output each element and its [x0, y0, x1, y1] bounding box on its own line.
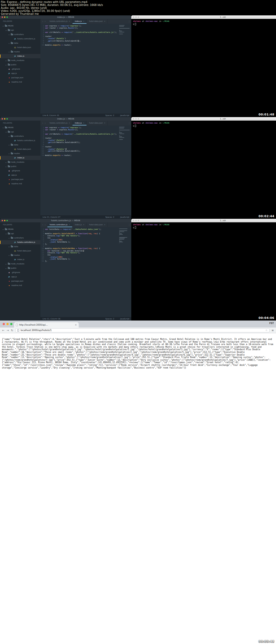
- chevron-down-icon[interactable]: ▾: [2, 25, 4, 27]
- tab-overflow-icon[interactable]: ⋮: [127, 19, 131, 24]
- terminal-output[interactable]: sholmes at sholmes-mac in ~/MEAN$: [131, 19, 276, 27]
- terminal-titlebar[interactable]: 1. zsh: [131, 117, 276, 121]
- menu-icon[interactable]: ≡: [272, 329, 274, 332]
- tree-item-readme.md[interactable]: ▪readme.md: [0, 182, 40, 186]
- chevron-right-icon[interactable]: ▸: [5, 60, 7, 62]
- tree-item-MEAN[interactable]: ▾MEAN: [0, 24, 40, 28]
- tree-item-MEAN[interactable]: ▾MEAN: [0, 125, 40, 130]
- history-forward-icon[interactable]: ›: [45, 122, 46, 124]
- tree-item-controllers[interactable]: ▾controllers: [0, 236, 40, 240]
- tree-item-package.json[interactable]: ▪package.json: [0, 279, 40, 283]
- minimap[interactable]: [119, 25, 130, 35]
- tree-item-app.js[interactable]: JSapp.js: [0, 275, 40, 279]
- bookmark-star-icon[interactable]: ☆: [265, 329, 268, 332]
- minimize-button[interactable]: [4, 220, 5, 221]
- chevron-down-icon[interactable]: ▾: [5, 29, 7, 31]
- tree-item-hotel-data.json[interactable]: {}hotel-data.json: [0, 147, 40, 151]
- chevron-right-icon[interactable]: ▸: [5, 263, 7, 265]
- chevron-down-icon[interactable]: ▾: [8, 246, 10, 248]
- tab-close-icon[interactable]: ×: [83, 224, 85, 226]
- chevron-down-icon[interactable]: ▾: [8, 34, 10, 36]
- tree-item-index.js[interactable]: JSindex.js: [0, 257, 40, 262]
- zoom-button[interactable]: [6, 16, 8, 18]
- editor-tab-hotels.controllers.js[interactable]: hotels.controllers.js×: [47, 121, 73, 125]
- editor-tab-hotel-data.json[interactable]: hotel-data.json×: [87, 19, 108, 24]
- tree-item-hotels.controllers.js[interactable]: JShotels.controllers.js: [0, 240, 40, 244]
- editor-tab-index.js[interactable]: index.js×: [73, 222, 87, 227]
- back-icon[interactable]: ←: [2, 329, 4, 332]
- close-button[interactable]: [133, 118, 134, 120]
- close-button[interactable]: [2, 118, 3, 120]
- tree-item-hotels.controllers.js[interactable]: JShotels.controllers.js: [0, 138, 40, 143]
- chevron-down-icon[interactable]: ▾: [8, 144, 10, 146]
- tab-close-icon[interactable]: ×: [68, 122, 70, 124]
- zoom-button[interactable]: [6, 220, 8, 221]
- terminal-titlebar[interactable]: 1. zsh: [131, 219, 276, 222]
- terminal-output[interactable]: sholmes at sholmes-mac in ~/MEAN$: [131, 121, 276, 129]
- chevron-down-icon[interactable]: ▾: [8, 153, 10, 155]
- terminal-titlebar[interactable]: 1. zsh: [131, 15, 276, 19]
- code-editor[interactable]: 12345678910 var express = require('expre…: [40, 24, 131, 114]
- editor-tab-hotel-data.json[interactable]: hotel-data.json×: [87, 222, 108, 227]
- tree-item-routes[interactable]: ▾routes: [0, 151, 40, 156]
- chevron-down-icon[interactable]: ▾: [8, 135, 10, 137]
- tab-close-icon[interactable]: ×: [68, 224, 70, 226]
- tab-close-icon[interactable]: ×: [68, 20, 70, 22]
- tree-item-node_modules[interactable]: ▸node_modules: [0, 58, 40, 63]
- editor-titlebar[interactable]: index.js — MEAN: [0, 117, 131, 121]
- browser-tab[interactable]: http://localhost:3000/api... ×: [14, 322, 79, 328]
- indent-setting[interactable]: Spaces: 2: [105, 318, 114, 320]
- minimize-button[interactable]: [4, 118, 5, 120]
- tree-item-api[interactable]: ▾api: [0, 28, 40, 32]
- indent-setting[interactable]: Spaces: 2: [105, 114, 114, 117]
- history-back-icon[interactable]: ‹: [42, 224, 43, 226]
- tab-close-icon[interactable]: ×: [75, 323, 77, 326]
- minimize-button[interactable]: [135, 220, 137, 221]
- tree-item-readme.md[interactable]: ▪readme.md: [0, 80, 40, 84]
- tab-close-icon[interactable]: ×: [104, 122, 105, 124]
- tree-item-routes[interactable]: ▾routes: [0, 253, 40, 257]
- tree-item-index.js[interactable]: JSindex.js: [0, 156, 40, 160]
- tree-item-api[interactable]: ▾api: [0, 231, 40, 236]
- editor-titlebar[interactable]: index.js — MEAN: [0, 15, 131, 19]
- editor-tab-hotels.controllers.js[interactable]: hotels.controllers.js×: [47, 19, 73, 24]
- reload-icon[interactable]: ↻: [11, 329, 13, 332]
- chevron-down-icon[interactable]: ▾: [8, 51, 10, 53]
- history-forward-icon[interactable]: ›: [45, 20, 46, 23]
- tree-item-app.js[interactable]: JSapp.js: [0, 71, 40, 76]
- tree-item-controllers[interactable]: ▾controllers: [0, 32, 40, 37]
- tree-item-data[interactable]: ▾data: [0, 244, 40, 249]
- tab-close-icon[interactable]: ×: [104, 20, 105, 22]
- tree-item-api[interactable]: ▾api: [0, 130, 40, 134]
- code-editor[interactable]: 12345678910111213141516 var hotelData = …: [40, 227, 131, 317]
- minimize-button[interactable]: [135, 16, 137, 18]
- close-button[interactable]: [3, 323, 5, 325]
- chevron-right-icon[interactable]: ▸: [5, 267, 7, 269]
- tree-item-package.json[interactable]: ▪package.json: [0, 76, 40, 80]
- syntax-setting[interactable]: JavaScript: [120, 114, 129, 117]
- tree-item-public[interactable]: ▸public: [0, 63, 40, 67]
- zoom-button[interactable]: [138, 118, 139, 120]
- minimize-button[interactable]: [4, 16, 5, 18]
- tab-close-icon[interactable]: ×: [83, 122, 85, 124]
- tree-item-data[interactable]: ▾data: [0, 41, 40, 45]
- tree-item-.gitignore[interactable]: ●.gitignore: [0, 67, 40, 71]
- editor-tab-hotels.controllers.js[interactable]: hotels.controllers.js×: [47, 222, 73, 227]
- chevron-right-icon[interactable]: ▸: [5, 166, 7, 168]
- history-back-icon[interactable]: ‹: [42, 20, 43, 23]
- tree-item-index.js[interactable]: JSindex.js: [0, 54, 40, 58]
- tree-item-node_modules[interactable]: ▸node_modules: [0, 160, 40, 164]
- tree-item-.gitignore[interactable]: ●.gitignore: [0, 169, 40, 173]
- tree-item-hotel-data.json[interactable]: {}hotel-data.json: [0, 45, 40, 50]
- tree-item-hotels.controllers.js[interactable]: JShotels.controllers.js: [0, 37, 40, 41]
- address-bar[interactable]: localhost:3000/api/hotels/1 ☆: [15, 328, 269, 332]
- close-button[interactable]: [133, 16, 134, 18]
- tab-overflow-icon[interactable]: ⋮: [127, 222, 131, 227]
- tree-item-app.js[interactable]: JSapp.js: [0, 173, 40, 177]
- tree-item-controllers[interactable]: ▾controllers: [0, 134, 40, 138]
- chevron-down-icon[interactable]: ▾: [5, 233, 7, 235]
- tree-item-node_modules[interactable]: ▸node_modules: [0, 262, 40, 266]
- chevron-down-icon[interactable]: ▾: [5, 131, 7, 133]
- syntax-setting[interactable]: JavaScript: [120, 216, 129, 218]
- zoom-button[interactable]: [10, 323, 12, 325]
